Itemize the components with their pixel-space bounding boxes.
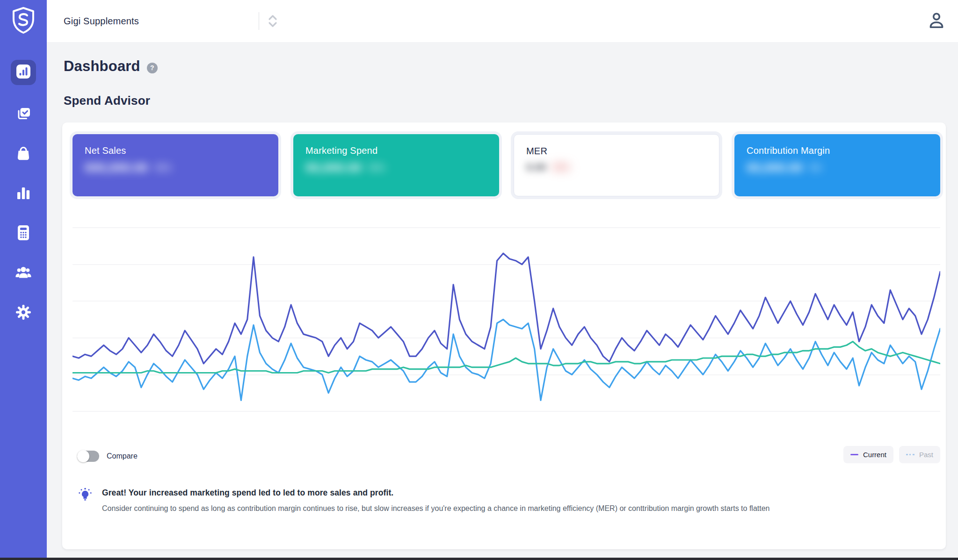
help-icon[interactable]: ? [147, 63, 158, 73]
people-icon [15, 265, 32, 282]
calculator-icon [16, 224, 31, 243]
bar-chart-tile-icon [15, 64, 31, 81]
past-line-swatch [906, 454, 914, 455]
kpi-value-row: 0.00 00% [526, 161, 707, 173]
advisor-body: Consider continuing to spend as long as … [102, 502, 769, 515]
page-title-row: Dashboard ? [64, 58, 158, 75]
app-window: Gigi Supplements Dashboard ? Sp [0, 0, 958, 560]
sidebar-item-reports[interactable] [0, 102, 47, 127]
chart-legend: Current Past [843, 446, 940, 463]
kpi-badge-redacted: 00% [154, 163, 171, 173]
advisor-message: Great! Your increased marketing spend le… [77, 488, 924, 515]
sidebar-item-settings[interactable] [0, 301, 47, 326]
user-icon [928, 24, 945, 31]
kpi-value-redacted: 000,000.00 [85, 161, 148, 175]
kpi-value-redacted: 00,000.00 [747, 161, 803, 175]
compare-group: Compare [77, 451, 138, 462]
sidebar-item-dashboard[interactable] [11, 60, 36, 85]
kpi-value-redacted: 00,000.00 [305, 161, 362, 175]
current-line-swatch [850, 454, 858, 455]
kpi-value-redacted: 0.00 [526, 161, 546, 173]
brand-logo[interactable] [11, 6, 36, 34]
spend-advisor-panel: Net Sales 000,000.00 00% Marketing Spend… [62, 122, 946, 549]
spend-chart-svg [73, 215, 940, 423]
advisor-title: Great! Your increased marketing spend le… [102, 488, 769, 498]
kpi-label: Contribution Margin [747, 145, 928, 156]
section-title: Spend Advisor [64, 93, 150, 108]
checklist-icon [15, 105, 32, 124]
workspace-switcher-button[interactable] [266, 13, 280, 30]
lightbulb-icon [77, 487, 93, 515]
legend-label: Current [863, 451, 886, 459]
window-bottom-edge [0, 558, 958, 560]
page-title: Dashboard [64, 58, 140, 75]
shield-s-logo-icon [11, 28, 36, 36]
kpi-badge-redacted: 00% [553, 163, 570, 172]
sidebar-item-customers[interactable] [0, 261, 47, 286]
kpi-card-contribution-margin[interactable]: Contribution Margin 00,000.00 0% [734, 134, 940, 196]
topbar: Gigi Supplements [47, 0, 958, 42]
advisor-text: Great! Your increased marketing spend le… [102, 488, 769, 515]
kpi-card-marketing-spend[interactable]: Marketing Spend 00,000.00 00% [293, 134, 499, 196]
legend-label: Past [919, 451, 933, 459]
legend-item-past[interactable]: Past [899, 446, 940, 463]
compare-label: Compare [107, 452, 138, 460]
kpi-card-net-sales[interactable]: Net Sales 000,000.00 00% [73, 134, 278, 196]
sidebar-item-analytics[interactable] [0, 181, 47, 207]
kpi-card-mer[interactable]: MER 0.00 00% [514, 134, 719, 196]
spend-chart[interactable] [73, 215, 940, 423]
kpi-badge-redacted: 0% [809, 163, 821, 173]
kpi-label: MER [526, 146, 707, 157]
shopping-bag-icon [15, 145, 31, 164]
sidebar [0, 0, 47, 560]
main-content: Dashboard ? Spend Advisor Net Sales 000,… [47, 42, 958, 560]
gear-icon [15, 304, 32, 323]
kpi-value-row: 00,000.00 0% [747, 161, 928, 175]
kpi-badge-redacted: 00% [368, 163, 385, 173]
sidebar-item-orders[interactable] [0, 142, 47, 167]
kpi-label: Marketing Spend [305, 145, 487, 156]
kpi-value-row: 00,000.00 00% [305, 161, 487, 175]
compare-toggle[interactable] [77, 451, 99, 462]
company-name: Gigi Supplements [64, 0, 139, 42]
chevron-up-down-icon [267, 23, 278, 30]
topbar-divider [259, 12, 259, 30]
column-chart-icon [15, 185, 31, 203]
legend-item-current[interactable]: Current [843, 446, 893, 463]
kpi-value-row: 000,000.00 00% [85, 161, 266, 175]
toggle-knob [77, 450, 89, 462]
sidebar-item-calculator[interactable] [0, 221, 47, 246]
user-menu-button[interactable] [927, 11, 946, 31]
kpi-label: Net Sales [85, 145, 266, 156]
